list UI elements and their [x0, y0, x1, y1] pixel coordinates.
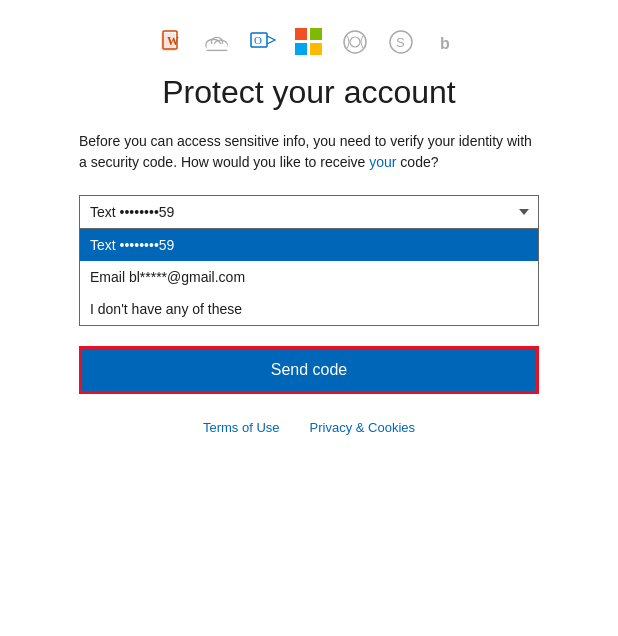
- dropdown-arrow-icon: [519, 209, 529, 215]
- description-text: Before you can access sensitive info, yo…: [79, 131, 539, 173]
- xbox-icon: [341, 28, 369, 56]
- svg-point-11: [350, 37, 360, 47]
- svg-text:O: O: [254, 34, 262, 46]
- svg-text:b: b: [440, 35, 450, 52]
- send-code-button[interactable]: Send code: [79, 346, 539, 394]
- terms-of-use-link[interactable]: Terms of Use: [203, 420, 280, 435]
- dropdown-option-text[interactable]: Text ••••••••59: [80, 229, 538, 261]
- dropdown-option-none[interactable]: I don't have any of these: [80, 293, 538, 325]
- skype-icon: S: [387, 28, 415, 56]
- verification-dropdown[interactable]: Text ••••••••59 Text ••••••••59 Email bl…: [79, 195, 539, 229]
- main-content: Protect your account Before you can acce…: [39, 74, 579, 455]
- svg-point-10: [344, 31, 366, 53]
- dropdown-option-email[interactable]: Email bl*****@gmail.com: [80, 261, 538, 293]
- svg-rect-6: [207, 44, 228, 51]
- selected-option-text: Text ••••••••59: [90, 204, 174, 220]
- outlook-icon: O: [249, 28, 277, 56]
- top-icon-bar: W O: [157, 28, 461, 56]
- bing-icon: b: [433, 28, 461, 56]
- dropdown-selected-value[interactable]: Text ••••••••59: [79, 195, 539, 229]
- privacy-cookies-link[interactable]: Privacy & Cookies: [310, 420, 415, 435]
- cloud-icon: [203, 28, 231, 56]
- office-icon: W: [157, 28, 185, 56]
- svg-text:S: S: [396, 35, 405, 50]
- page-title: Protect your account: [79, 74, 539, 111]
- microsoft-logo: [295, 28, 323, 56]
- footer-links: Terms of Use Privacy & Cookies: [79, 420, 539, 455]
- svg-text:W: W: [167, 34, 179, 48]
- dropdown-menu: Text ••••••••59 Email bl*****@gmail.com …: [79, 229, 539, 326]
